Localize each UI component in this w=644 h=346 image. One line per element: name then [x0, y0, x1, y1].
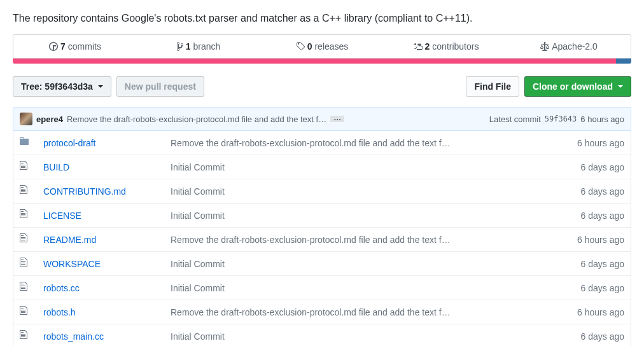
file-icon — [13, 179, 38, 204]
commit-more-button[interactable]: … — [330, 116, 344, 122]
branches-count: 1 — [186, 41, 191, 52]
file-icon — [13, 252, 38, 276]
file-age: 6 hours ago — [542, 300, 631, 324]
commit-sha-link[interactable]: 59f3643 — [545, 114, 577, 123]
actions-row: Tree: 59f3643d3a New pull request Find F… — [13, 76, 631, 97]
file-age: 6 hours ago — [542, 131, 631, 155]
releases-count: 0 — [307, 41, 312, 52]
file-icon — [13, 155, 38, 179]
clone-download-label: Clone or download — [533, 80, 613, 93]
commits-count: 7 — [60, 41, 66, 52]
branch-select-label: Tree: 59f3643d3a — [21, 80, 93, 93]
table-row: BUILDInitial Commit6 days ago — [13, 155, 631, 179]
repo-description: The repository contains Google's robots.… — [13, 13, 631, 24]
commit-author-link[interactable]: epere4 — [36, 114, 63, 124]
releases-label: releases — [314, 41, 348, 52]
contributors-count: 2 — [425, 41, 430, 52]
language-segment[interactable] — [616, 59, 631, 64]
file-age: 6 days ago — [542, 252, 631, 276]
caret-down-icon — [98, 85, 103, 88]
license-label: Apache-2.0 — [552, 41, 598, 52]
branch-icon — [177, 41, 183, 52]
file-commit-message[interactable]: Initial Commit — [164, 204, 542, 228]
branches-label: branch — [193, 41, 220, 52]
table-row: robots.ccInitial Commit6 days ago — [13, 276, 631, 300]
table-row: CONTRIBUTING.mdInitial Commit6 days ago — [13, 179, 631, 204]
file-commit-message[interactable]: Initial Commit — [164, 276, 542, 300]
law-icon — [540, 41, 549, 52]
commit-message-link[interactable]: Remove the draft-robots-exclusion-protoc… — [67, 114, 326, 124]
file-icon — [13, 204, 38, 228]
people-icon — [412, 41, 423, 52]
branch-select-button[interactable]: Tree: 59f3643d3a — [13, 76, 111, 97]
table-row: README.mdRemove the draft-robots-exclusi… — [13, 228, 631, 252]
file-commit-message[interactable]: Initial Commit — [164, 252, 542, 276]
file-commit-message[interactable]: Initial Commit — [164, 155, 542, 179]
tag-icon — [296, 41, 305, 52]
file-age: 6 hours ago — [542, 228, 631, 252]
file-age: 6 days ago — [542, 204, 631, 228]
commit-age: 6 hours ago — [580, 114, 624, 124]
latest-commit-bar: epere4 Remove the draft-robots-exclusion… — [13, 107, 631, 131]
commits-link[interactable]: 7 commits — [13, 35, 137, 58]
table-row: robots_main.ccInitial Commit6 days ago — [13, 324, 631, 347]
file-commit-message[interactable]: Initial Commit — [164, 324, 542, 347]
commits-label: commits — [68, 41, 101, 52]
file-name-link[interactable]: README.md — [43, 235, 96, 245]
file-commit-message[interactable]: Remove the draft-robots-exclusion-protoc… — [164, 228, 542, 252]
file-name-link[interactable]: robots_main.cc — [43, 331, 104, 342]
license-link[interactable]: Apache-2.0 — [507, 35, 631, 58]
summary-bar: 7 commits 1 branch 0 releases 2 contribu… — [13, 34, 631, 59]
file-age: 6 days ago — [542, 155, 631, 179]
language-bar[interactable] — [13, 59, 631, 64]
file-commit-message[interactable]: Remove the draft-robots-exclusion-protoc… — [164, 131, 542, 155]
file-icon — [13, 276, 38, 300]
table-row: WORKSPACEInitial Commit6 days ago — [13, 252, 631, 276]
file-name-link[interactable]: LICENSE — [43, 211, 81, 221]
folder-icon — [13, 131, 38, 155]
file-age: 6 days ago — [542, 276, 631, 300]
file-icon — [13, 300, 38, 324]
file-name-link[interactable]: WORKSPACE — [43, 259, 101, 269]
clone-download-button[interactable]: Clone or download — [524, 76, 631, 97]
file-commit-message[interactable]: Initial Commit — [164, 179, 542, 204]
file-name-link[interactable]: robots.h — [43, 307, 76, 317]
file-icon — [13, 324, 38, 347]
table-row: robots.hRemove the draft-robots-exclusio… — [13, 300, 631, 324]
new-pull-request-button[interactable]: New pull request — [116, 76, 204, 97]
language-segment[interactable] — [13, 59, 616, 64]
contributors-label: contributors — [432, 41, 479, 52]
file-commit-message[interactable]: Remove the draft-robots-exclusion-protoc… — [164, 300, 542, 324]
file-name-link[interactable]: protocol-draft — [43, 138, 95, 148]
table-row: LICENSEInitial Commit6 days ago — [13, 204, 631, 228]
file-name-link[interactable]: BUILD — [43, 162, 69, 172]
files-table: protocol-draftRemove the draft-robots-ex… — [13, 131, 631, 346]
caret-down-icon — [618, 85, 623, 88]
branches-link[interactable]: 1 branch — [137, 35, 260, 58]
find-file-button[interactable]: Find File — [466, 76, 519, 97]
table-row: protocol-draftRemove the draft-robots-ex… — [13, 131, 631, 155]
avatar[interactable] — [20, 113, 32, 125]
file-name-link[interactable]: CONTRIBUTING.md — [43, 186, 126, 197]
file-name-link[interactable]: robots.cc — [43, 283, 80, 293]
file-age: 6 days ago — [542, 324, 631, 347]
releases-link[interactable]: 0 releases — [260, 35, 384, 58]
file-age: 6 days ago — [542, 179, 631, 204]
contributors-link[interactable]: 2 contributors — [384, 35, 507, 58]
latest-commit-label: Latest commit — [489, 114, 541, 124]
file-icon — [13, 228, 38, 252]
history-icon — [49, 41, 58, 52]
